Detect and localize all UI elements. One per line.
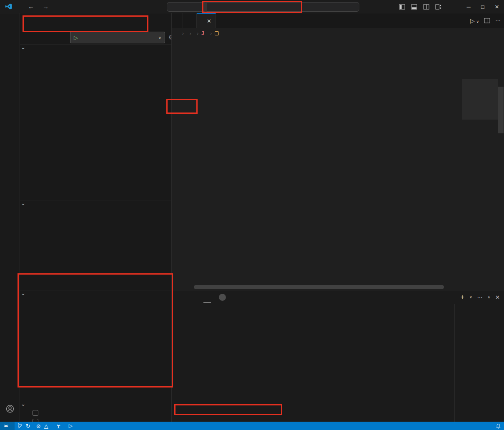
call-stack-section-header[interactable]: › [20, 290, 172, 298]
debug-settings-gear-icon[interactable]: ⚙ [168, 34, 172, 41]
editor-tabs: ✕ [172, 13, 504, 28]
close-panel-icon[interactable]: ✕ [495, 294, 500, 300]
vertical-scrollbar[interactable] [498, 39, 504, 291]
debug-config-select[interactable]: ▷ ∨ [70, 32, 165, 43]
toggle-secondary-sidebar-icon[interactable] [423, 4, 429, 10]
bottom-panel: + ∨ ⋯ ∧ ✕ [172, 291, 504, 422]
eol-sequence[interactable] [479, 422, 485, 430]
minimap-viewport [462, 79, 498, 120]
chevron-icon: › [20, 48, 27, 49]
tab-ports[interactable] [213, 291, 230, 303]
bell-icon [496, 423, 501, 429]
horizontal-scrollbar[interactable] [194, 285, 444, 289]
remote-icon: >< [4, 423, 8, 428]
java-icon: J [201, 30, 204, 36]
warnings-icon: △ [44, 423, 48, 429]
language-mode[interactable] [485, 422, 493, 430]
tab-terminal[interactable] [203, 291, 211, 303]
tab-hellochat-java[interactable]: ✕ [197, 13, 216, 28]
breakpoints-section-header[interactable]: › [20, 401, 172, 409]
scrollbar-thumb[interactable] [498, 87, 504, 133]
tab-launch-json[interactable] [172, 13, 183, 28]
panel-tabs [176, 291, 230, 303]
checkbox[interactable] [33, 419, 38, 422]
panel-actions: + ∨ ⋯ ∧ ✕ [461, 291, 500, 303]
activity-bar: ⚙ [0, 13, 20, 422]
panel-more-icon[interactable]: ⋯ [477, 294, 483, 300]
remote-indicator[interactable]: >< [0, 422, 15, 430]
errors-icon: ⊘ [36, 423, 41, 429]
checkbox[interactable] [33, 410, 38, 416]
breakpoint-uncaught-exceptions[interactable] [20, 408, 172, 417]
terminal-task-list [454, 304, 504, 422]
chevron-right-icon: › [210, 31, 212, 36]
new-terminal-icon[interactable]: + [461, 293, 464, 301]
class-symbol-icon [215, 31, 219, 35]
encoding[interactable] [474, 422, 479, 430]
vscode-logo-icon [5, 3, 12, 10]
maximize-panel-icon[interactable]: ∧ [488, 295, 491, 299]
variables-section-header[interactable]: › [20, 44, 172, 52]
run-java-button[interactable]: ▷ ∨ [470, 18, 479, 24]
run-debug-sidebar: ▷ ∨ ⚙ ⋯ › › › › [20, 13, 172, 422]
watch-section-header[interactable]: › [20, 200, 172, 208]
debug-icon: ▷ [69, 423, 73, 429]
chevron-icon: › [20, 293, 27, 295]
close-button[interactable]: ✕ [490, 0, 504, 13]
layout-controls [399, 0, 441, 13]
chevron-icon: › [20, 404, 27, 406]
forward-button[interactable]: → [38, 3, 53, 10]
breakpoint-caught-exceptions[interactable] [20, 417, 172, 422]
title-bar: ← → ─ □ ✕ [0, 0, 504, 13]
code-editor[interactable] [172, 39, 462, 291]
minimize-button[interactable]: ─ [461, 0, 476, 13]
vscode-window: ← → ─ □ ✕ ⚙ ▷ ∨ ⚙ ⋯ [0, 0, 504, 430]
debug-status[interactable]: ▷ [66, 422, 77, 430]
split-editor-icon[interactable] [484, 18, 490, 24]
terminal-output[interactable] [175, 305, 455, 422]
editor-actions: ▷ ∨ ⋯ [470, 13, 501, 28]
sync-icon: ↻ [26, 423, 30, 429]
tab-debug-console[interactable] [194, 291, 202, 303]
customize-layout-icon[interactable] [435, 4, 441, 10]
notifications-bell[interactable] [493, 422, 504, 430]
minimap[interactable] [462, 39, 498, 291]
window-controls: ─ □ ✕ [461, 0, 504, 13]
command-center[interactable] [167, 2, 359, 12]
chevron-right-icon: › [182, 31, 184, 36]
problems-indicator[interactable]: ⊘ △ [33, 422, 53, 430]
breadcrumb: › › › J › [172, 28, 462, 39]
toggle-sidebar-icon[interactable] [399, 4, 405, 10]
indentation[interactable] [468, 422, 474, 430]
cursor-position[interactable] [462, 422, 468, 430]
maximize-button[interactable]: □ [476, 0, 490, 13]
branch-indicator[interactable]: ↻ [15, 422, 33, 430]
tab-problems[interactable] [176, 291, 183, 303]
chevron-right-icon: › [190, 31, 191, 36]
accounts-icon[interactable] [0, 399, 20, 418]
radio-tower-icon [56, 423, 61, 429]
ports-badge [219, 294, 226, 301]
tab-output[interactable] [185, 291, 193, 303]
debug-toolbar [204, 1, 207, 12]
chevron-down-icon: ∨ [158, 35, 161, 40]
back-button[interactable]: ← [24, 3, 38, 10]
ports-indicator[interactable] [53, 422, 66, 430]
chevron-right-icon: › [197, 31, 198, 36]
more-actions-icon[interactable]: ⋯ [495, 18, 501, 24]
branch-icon [18, 423, 23, 429]
chevron-icon: › [20, 203, 27, 205]
tab-pom-xml[interactable] [183, 13, 197, 28]
close-icon[interactable]: ✕ [207, 18, 211, 24]
start-debug-icon[interactable]: ▷ [74, 35, 78, 41]
terminal-dropdown-icon[interactable]: ∨ [469, 295, 472, 299]
toggle-panel-icon[interactable] [411, 4, 417, 10]
status-bar: >< ↻ ⊘ △ ▷ [0, 422, 504, 430]
